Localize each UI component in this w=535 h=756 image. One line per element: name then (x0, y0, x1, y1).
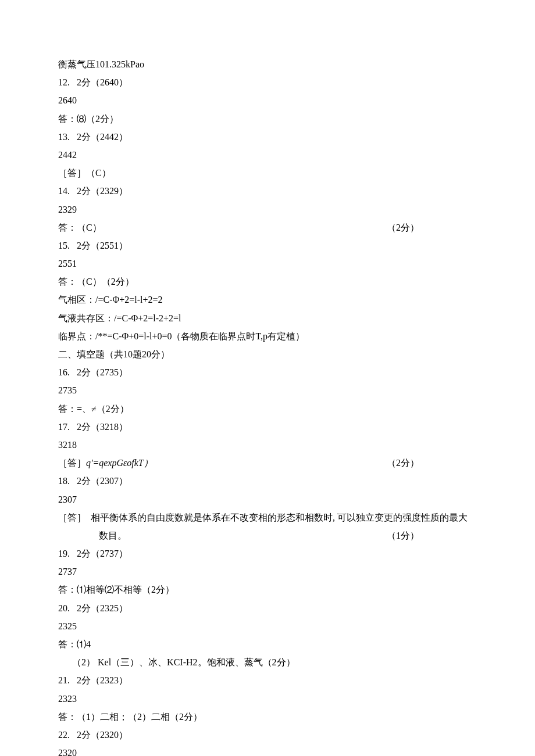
line-text: 12. 2分（2640） (58, 77, 128, 87)
line-text: 21. 2分（2323） (58, 675, 128, 685)
text-line: 2640 (58, 91, 477, 109)
text-line: 17. 2分（3218） (58, 418, 477, 436)
line-text: 2442 (58, 150, 77, 160)
text-line: 2323 (58, 690, 477, 708)
line-text: 2640 (58, 95, 77, 105)
line-text: 答：（1）二相；（2）二相（2分） (58, 712, 202, 722)
line-text: 2307 (58, 495, 77, 504)
text-line: 21. 2分（2323） (58, 671, 477, 689)
line-text: 22. 2分（2320） (58, 730, 128, 740)
line-text: 数目。 (99, 531, 127, 540)
text-line: 2737 (58, 562, 477, 581)
text-line: 19. 2分（2737） (58, 544, 477, 562)
text-line: 18. 2分（2307） (58, 472, 477, 490)
text-line: 2329 (58, 200, 477, 218)
text-line: 22. 2分（2320） (58, 726, 477, 744)
text-line: 数目。（1分） (58, 526, 477, 544)
line-text: 19. 2分（2737） (58, 549, 128, 558)
text-line: ［答］（C） (58, 164, 477, 182)
text-line: 16. 2分（2735） (58, 363, 477, 381)
line-text: 答：⑻（2分） (58, 114, 119, 124)
text-line: 答：⑴4 (58, 635, 477, 653)
text-line: 13. 2分（2442） (58, 128, 477, 146)
text-line: 答：（C）（2分） (58, 273, 477, 291)
line-text: 气相区：/=C-Φ+2=l-l+2=2 (58, 295, 162, 304)
text-line: （2） Kel（三）、冰、KCI-H2。饱和液、蒸气（2分） (58, 653, 477, 671)
line-text: 衡蒸气压101.325kPao (58, 59, 144, 69)
text-line: ［答］q'=qexpGεofkT）（2分） (58, 454, 477, 472)
text-line: 衡蒸气压101.325kPao (58, 55, 477, 73)
score-annotation: （1分） (387, 526, 419, 544)
text-line: 2735 (58, 381, 477, 399)
line-text: 答：⑴相等⑵不相等（2分） (58, 585, 174, 594)
text-line: 12. 2分（2640） (58, 73, 477, 91)
line-text: 15. 2分（2551） (58, 241, 128, 250)
line-text: 2329 (58, 205, 77, 214)
text-line: 2307 (58, 490, 477, 508)
text-line: 2320 (58, 744, 477, 756)
line-text: 2323 (58, 694, 77, 704)
text-line: 15. 2分（2551） (58, 237, 477, 255)
line-text: 2737 (58, 567, 77, 576)
document-body: 衡蒸气压101.325kPao12. 2分（2640）2640答：⑻（2分）13… (58, 55, 477, 756)
text-line: 二、填空题（共10题20分） (58, 345, 477, 363)
text-line: 气相区：/=C-Φ+2=l-l+2=2 (58, 291, 477, 309)
line-text: 16. 2分（2735） (58, 367, 128, 377)
line-text: 2325 (58, 621, 77, 631)
line-text: 14. 2分（2329） (58, 186, 128, 196)
line-text: 20. 2分（2325） (58, 603, 128, 613)
text-line: 3218 (58, 436, 477, 454)
line-text: 答：=、≠（2分） (58, 404, 129, 414)
line-text: 答：（C）（2分） (58, 277, 134, 286)
text-line: 气液共存区：/=C-Φ+2=l-2+2=l (58, 309, 477, 327)
text-line: ［答］ 相平衡体系的自由度数就是体系在不改变相的形态和相数时, 可以独立变更的强… (58, 508, 477, 526)
line-text: （2） Kel（三）、冰、KCI-H2。饱和液、蒸气（2分） (72, 657, 295, 667)
line-text: ［答］（C） (58, 168, 111, 178)
line-italic: q'=qexpGεofkT） (86, 458, 153, 468)
line-text: 临界点：/**=C-Φ+0=l-l+0=0（各物质在临界点时T,p有定植） (58, 331, 305, 341)
text-line: 14. 2分（2329） (58, 182, 477, 200)
line-text: 气液共存区：/=C-Φ+2=l-2+2=l (58, 313, 181, 323)
line-text: 二、填空题（共10题20分） (58, 349, 170, 359)
text-line: 临界点：/**=C-Φ+0=l-l+0=0（各物质在临界点时T,p有定植） (58, 327, 477, 345)
line-text: ［答］ 相平衡体系的自由度数就是体系在不改变相的形态和相数时, 可以独立变更的强… (58, 513, 468, 522)
line-text: 17. 2分（3218） (58, 422, 128, 432)
text-line: 答：⑻（2分） (58, 110, 477, 128)
text-line: 2325 (58, 617, 477, 635)
line-text: 3218 (58, 440, 77, 450)
score-annotation: （2分） (387, 218, 419, 237)
line-text: 2735 (58, 385, 77, 395)
text-line: 答：（1）二相；（2）二相（2分） (58, 708, 477, 726)
text-line: 答：⑴相等⑵不相等（2分） (58, 581, 477, 599)
text-line: 2442 (58, 146, 477, 164)
line-text: 18. 2分（2307） (58, 476, 128, 486)
text-line: 2551 (58, 255, 477, 273)
line-text: 答：⑴4 (58, 639, 91, 649)
score-annotation: （2分） (387, 454, 419, 472)
line-text: 2320 (58, 748, 77, 756)
text-line: 答：=、≠（2分） (58, 400, 477, 418)
text-line: 20. 2分（2325） (58, 599, 477, 617)
line-text: 13. 2分（2442） (58, 132, 128, 142)
text-line: 答：（C）（2分） (58, 218, 477, 237)
line-text: 2551 (58, 259, 77, 268)
line-text: ［答］ (58, 458, 86, 468)
line-text: 答：（C） (58, 223, 102, 232)
